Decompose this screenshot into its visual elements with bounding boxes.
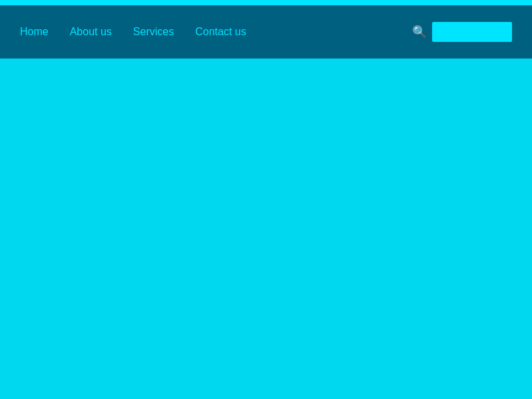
nav-contact-us[interactable]: Contact us xyxy=(195,26,246,38)
nav-services[interactable]: Services xyxy=(133,26,174,38)
navbar: Home About us Services Contact us 🔍 xyxy=(0,5,532,59)
nav-links: Home About us Services Contact us xyxy=(20,26,412,38)
search-area: 🔍 xyxy=(412,22,512,42)
top-accent-bar xyxy=(0,0,532,5)
search-icon[interactable]: 🔍 xyxy=(412,25,427,39)
search-input[interactable] xyxy=(432,22,512,42)
nav-home[interactable]: Home xyxy=(20,26,49,38)
nav-about-us[interactable]: About us xyxy=(70,26,112,38)
main-content xyxy=(0,59,532,399)
